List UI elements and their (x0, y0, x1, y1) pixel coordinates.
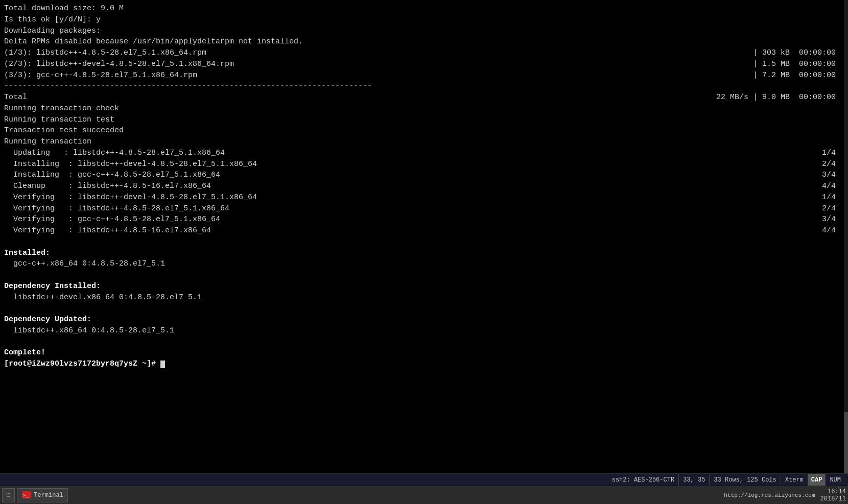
term-line: libstdc++-devel.x86_64 0:4.8.5-28.el7_5.… (4, 292, 844, 303)
taskbar-time-value: 16:14 (820, 488, 846, 495)
term-line: Verifying : libstdc++-4.8.5-28.el7_5.1.x… (4, 203, 844, 214)
term-line: (3/3): gcc-c++-4.8.5-28.el7_5.1.x86_64.r… (4, 70, 844, 81)
taskbar-datetime: 16:14 2018/11 (820, 488, 846, 502)
term-line-left: libstdc++-devel.x86_64 0:4.8.5-28.el7_5.… (4, 292, 202, 303)
term-line: Running transaction (4, 136, 844, 148)
term-line-left: (1/3): libstdc++-4.8.5-28.el7_5.1.x86_64… (4, 47, 206, 59)
term-line: [root@iZwz90lvzs7172byr8q7ysZ ~]# (4, 358, 844, 370)
terminal-dimensions: 33 Rows, 125 Cols (710, 474, 781, 486)
taskbar-terminal-label: Terminal (34, 492, 63, 499)
term-line: gcc-c++.x86_64 0:4.8.5-28.el7_5.1 (4, 258, 844, 270)
scrollbar[interactable] (844, 0, 848, 473)
term-line-left: [root@iZwz90lvzs7172byr8q7ysZ ~]# (4, 358, 165, 370)
term-line (4, 236, 844, 248)
term-line-left: Dependency Installed: (4, 281, 101, 292)
taskbar-network: http://log.rds.aliyuncs.com (721, 492, 818, 498)
term-line-left: Downloading packages: (4, 26, 101, 37)
term-line-left: Total (4, 92, 27, 103)
term-line: Cleanup : libstdc++-4.8.5-16.el7.x86_644… (4, 181, 844, 192)
terminal-type: Xterm (781, 474, 808, 486)
term-line: Verifying : libstdc++-devel-4.8.5-28.el7… (4, 192, 844, 203)
term-line-left: Is this ok [y/d/N]: y (4, 14, 101, 26)
term-line-left: Verifying : libstdc++-4.8.5-16.el7.x86_6… (4, 225, 211, 236)
term-line-left: Delta RPMs disabled because /usr/bin/app… (4, 36, 303, 47)
terminal-cursor (160, 361, 165, 368)
term-line: Total22 MB/s | 9.0 MB 00:00:00 (4, 92, 844, 103)
term-line-right: | 7.2 MB 00:00:00 (743, 70, 844, 81)
term-line: Is this ok [y/d/N]: y (4, 14, 844, 26)
term-line-right: | 303 kB 00:00:00 (743, 47, 844, 59)
term-line-left: Dependency Updated: (4, 314, 91, 325)
ssh-info: ssh2: AES-256-CTR (608, 474, 679, 486)
term-line: Verifying : gcc-c++-4.8.5-28.el7_5.1.x86… (4, 214, 844, 225)
term-line (4, 303, 844, 314)
term-line: ----------------------------------------… (4, 81, 844, 92)
term-line-left: Total download size: 9.0 M (4, 3, 124, 14)
term-line-left: (3/3): gcc-c++-4.8.5-28.el7_5.1.x86_64.r… (4, 70, 197, 81)
term-line: Running transaction check (4, 103, 844, 114)
term-line-right: 3/4 (812, 170, 844, 181)
term-line: Total download size: 9.0 M (4, 3, 844, 14)
term-line-right: 4/4 (812, 225, 844, 236)
taskbar: □ >_ Terminal http://log.rds.aliyuncs.co… (0, 486, 848, 504)
term-line: Delta RPMs disabled because /usr/bin/app… (4, 36, 844, 47)
term-line-right: 2/4 (812, 159, 844, 170)
term-line-left: Verifying : libstdc++-4.8.5-28.el7_5.1.x… (4, 203, 229, 214)
term-line: Installing : gcc-c++-4.8.5-28.el7_5.1.x8… (4, 170, 844, 181)
term-line-left: gcc-c++.x86_64 0:4.8.5-28.el7_5.1 (4, 258, 165, 270)
taskbar-terminal-button[interactable]: >_ Terminal (17, 488, 68, 502)
status-bar: ssh2: AES-256-CTR 33, 35 33 Rows, 125 Co… (0, 473, 848, 486)
term-line-left: Installed: (4, 248, 50, 259)
term-line: Complete! (4, 347, 844, 358)
taskbar-right-section: http://log.rds.aliyuncs.com 16:14 2018/1… (721, 488, 846, 502)
taskbar-window-icon: □ (7, 492, 10, 499)
term-line-left: Verifying : gcc-c++-4.8.5-28.el7_5.1.x86… (4, 214, 220, 225)
cursor-position: 33, 35 (679, 474, 710, 486)
term-line: Installed: (4, 248, 844, 259)
term-line-right: 2/4 (812, 203, 844, 214)
scrollbar-thumb[interactable] (844, 412, 848, 473)
num-indicator: NUM (826, 474, 845, 486)
term-line: Downloading packages: (4, 26, 844, 37)
term-line: Dependency Installed: (4, 281, 844, 292)
term-line-right: 3/4 (812, 214, 844, 225)
term-line-right: 22 MB/s | 9.0 MB 00:00:00 (706, 92, 844, 103)
term-line-left: Running transaction check (4, 103, 119, 114)
term-line: Verifying : libstdc++-4.8.5-16.el7.x86_6… (4, 225, 844, 236)
term-line: Updating : libstdc++-4.8.5-28.el7_5.1.x8… (4, 148, 844, 159)
term-line: Dependency Updated: (4, 314, 844, 325)
term-line: (2/3): libstdc++-devel-4.8.5-28.el7_5.1.… (4, 59, 844, 70)
term-line-left: Updating : libstdc++-4.8.5-28.el7_5.1.x8… (4, 148, 225, 159)
term-line-left: (2/3): libstdc++-devel-4.8.5-28.el7_5.1.… (4, 59, 234, 70)
terminal-window[interactable]: Total download size: 9.0 MIs this ok [y/… (0, 0, 848, 473)
term-line-left: libstdc++.x86_64 0:4.8.5-28.el7_5.1 (4, 325, 174, 337)
term-line-left: Complete! (4, 347, 45, 358)
term-line: Installing : libstdc++-devel-4.8.5-28.el… (4, 159, 844, 170)
term-line-left: Installing : libstdc++-devel-4.8.5-28.el… (4, 159, 257, 170)
term-line-left: Cleanup : libstdc++-4.8.5-16.el7.x86_64 (4, 181, 211, 192)
term-line-left: Installing : gcc-c++-4.8.5-28.el7_5.1.x8… (4, 170, 220, 181)
terminal-icon: >_ (21, 490, 32, 500)
term-line-left: Verifying : libstdc++-devel-4.8.5-28.el7… (4, 192, 257, 203)
term-line-left: Transaction test succeeded (4, 125, 124, 136)
taskbar-date-value: 2018/11 (820, 495, 846, 502)
svg-text:>_: >_ (23, 493, 29, 498)
term-line-left: Running transaction (4, 136, 91, 148)
term-line-right: 1/4 (812, 148, 844, 159)
terminal-content: Total download size: 9.0 MIs this ok [y/… (4, 3, 844, 370)
term-line (4, 270, 844, 281)
term-line: Transaction test succeeded (4, 125, 844, 136)
term-line-right: 4/4 (812, 181, 844, 192)
term-line-right: | 1.5 MB 00:00:00 (743, 59, 844, 70)
cap-indicator: CAP (808, 474, 826, 486)
term-line-left: Running transaction test (4, 114, 114, 126)
term-line: (1/3): libstdc++-4.8.5-28.el7_5.1.x86_64… (4, 47, 844, 59)
term-line (4, 337, 844, 348)
term-line: Running transaction test (4, 114, 844, 126)
taskbar-left-button[interactable]: □ (2, 488, 15, 502)
term-line-right: 1/4 (812, 192, 844, 203)
term-line: libstdc++.x86_64 0:4.8.5-28.el7_5.1 (4, 325, 844, 337)
